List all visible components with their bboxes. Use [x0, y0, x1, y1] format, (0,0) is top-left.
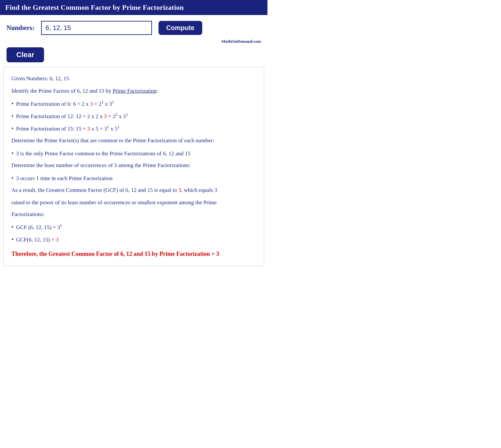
compute-button[interactable]: Compute [159, 21, 203, 35]
result-paragraph-3: Factorizations: [11, 209, 256, 220]
determine-header-line: Determine the Prime Factor(s) that are c… [11, 135, 256, 146]
pf6-item: • Prime Factorization of 6: 6 = 2 x 3 = … [11, 98, 256, 110]
clear-button[interactable]: Clear [7, 47, 44, 62]
input-area: Numbers: Compute [0, 15, 267, 38]
pf12-item: • Prime Factorization of 12: 12 = 2 x 2 … [11, 110, 256, 122]
gcf-result-item: • GCF(6, 12, 15) = 3 [11, 234, 256, 245]
page-header: Find the Greatest Common Factor by Prime… [0, 0, 267, 15]
page-title: Find the Greatest Common Factor by Prime… [5, 3, 184, 11]
branding: MathOnDemand.com [0, 38, 267, 45]
pf15-item: • Prime Factorization of 15: 15 = 3 x 5 … [11, 123, 256, 134]
numbers-label: Numbers: [7, 24, 35, 32]
gcf-formula-item: • GCF (6, 12, 15) = 31 [11, 221, 256, 233]
given-numbers-line: Given Numbers: 6, 12, 15 [11, 73, 256, 84]
result-paragraph: As a result, the Greatest Common Factor … [11, 185, 256, 196]
branding-text: MathOnDemand.com [221, 39, 261, 44]
common-factor-item: • 3 is the only Prime Factor common to t… [11, 147, 256, 159]
identify-header-line: Identify the Prime Factors of 6, 12 and … [11, 85, 256, 97]
least-header-line: Determine the least number of occurrence… [11, 160, 256, 171]
occurrences-item: • 3 occurs 1 time in each Prime Factoriz… [11, 172, 256, 184]
final-line: Therefore, the Greatest Common Factor of… [11, 248, 256, 260]
numbers-input[interactable] [41, 21, 152, 35]
result-paragraph-2: raised to the power of its least number … [11, 197, 256, 208]
results-box: Given Numbers: 6, 12, 15 Identify the Pr… [3, 67, 264, 266]
prime-factorization-link[interactable]: Prime Factorization [113, 88, 157, 94]
